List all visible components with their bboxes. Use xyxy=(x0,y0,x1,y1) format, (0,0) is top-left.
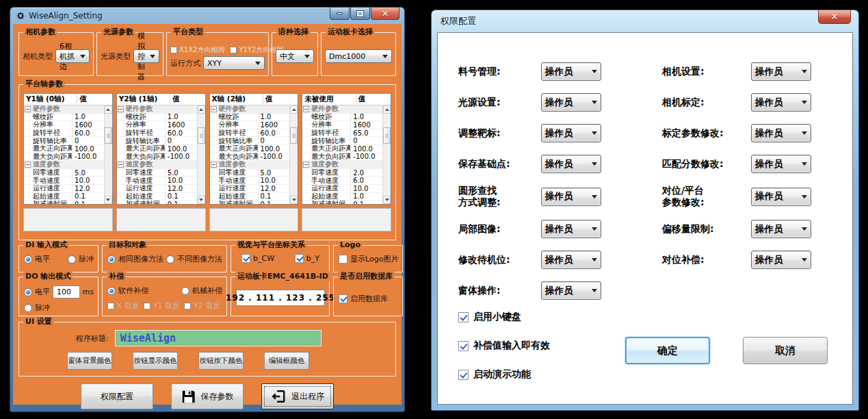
enable-database-checkbox[interactable] xyxy=(339,294,347,303)
collapse-icon[interactable] xyxy=(118,106,124,112)
param-value[interactable]: 1600 xyxy=(165,121,197,129)
collapse-icon[interactable] xyxy=(211,162,217,168)
scroll-up-icon[interactable] xyxy=(383,105,391,114)
scroll-up-icon[interactable] xyxy=(198,105,205,114)
param-value[interactable]: 1.0 xyxy=(350,114,382,121)
y2-invert-checkbox[interactable] xyxy=(184,303,191,309)
light-type-select[interactable]: 模拟控制器 xyxy=(133,49,159,63)
table-scrollbar[interactable] xyxy=(104,105,112,204)
y1-invert-checkbox[interactable] xyxy=(144,303,150,309)
mechanical-comp-radio[interactable] xyxy=(181,287,189,295)
param-value[interactable]: 0.1 xyxy=(72,193,104,201)
param-value[interactable]: 0 xyxy=(258,137,290,144)
dialog-close-button[interactable]: ✕ xyxy=(818,10,851,24)
param-value[interactable]: 0.1 xyxy=(258,193,290,201)
board-ip-input[interactable]: 192 . 111 . 123 . 255 xyxy=(236,290,325,306)
permission-config-button[interactable]: 权限配置 xyxy=(81,383,153,409)
motion-board-select[interactable]: Dmc1000 xyxy=(325,49,392,63)
x-invert-checkbox[interactable] xyxy=(107,303,114,309)
param-value[interactable]: 0.1 xyxy=(350,201,382,204)
param-value[interactable]: 2.0 xyxy=(350,169,382,177)
collapse-icon[interactable] xyxy=(25,106,31,112)
camera-type-select[interactable]: 6相机抓边 xyxy=(55,49,90,63)
param-value[interactable]: 5.0 xyxy=(165,169,197,177)
param-value[interactable]: 1600 xyxy=(258,121,290,129)
param-value[interactable]: 10.0 xyxy=(72,177,104,184)
param-value[interactable]: 100.0 xyxy=(72,145,104,153)
permission-level-select[interactable]: 操作员 xyxy=(751,188,811,206)
param-value[interactable]: 100.0 xyxy=(258,145,290,153)
param-value[interactable]: 100.0 xyxy=(350,145,382,153)
option-checkbox[interactable] xyxy=(458,370,469,380)
table-scrollbar[interactable] xyxy=(289,105,298,204)
permission-level-select[interactable]: 操作员 xyxy=(751,220,811,238)
permission-level-select[interactable]: 操作员 xyxy=(751,93,811,112)
b-cw-checkbox[interactable] xyxy=(241,254,250,263)
button-display-color-button[interactable]: 按钮显示颜色 xyxy=(133,352,178,370)
table-scrollbar[interactable] xyxy=(382,105,391,204)
param-value[interactable]: 60.0 xyxy=(258,129,290,137)
param-value[interactable]: 0.1 xyxy=(258,201,290,204)
param-value[interactable]: 1.0 xyxy=(350,193,382,201)
permission-level-select[interactable]: 操作员 xyxy=(751,124,811,142)
param-value[interactable]: 12.0 xyxy=(258,185,290,192)
scroll-thumb[interactable] xyxy=(290,127,298,144)
param-value[interactable]: 0 xyxy=(72,137,104,144)
collapse-icon[interactable] xyxy=(303,162,309,168)
minimize-button[interactable] xyxy=(330,8,350,20)
diff-image-method-radio[interactable] xyxy=(166,255,174,264)
exit-program-button[interactable]: 退出程序 xyxy=(261,383,334,409)
left-titlebar[interactable]: WiseAlign_Setting ✕ xyxy=(10,8,404,24)
param-value[interactable]: 10.0 xyxy=(350,185,382,192)
permission-level-select[interactable]: 操作员 xyxy=(541,155,601,173)
maximize-button[interactable] xyxy=(350,8,370,20)
run-mode-select[interactable]: XYY xyxy=(203,56,265,70)
di-level-radio[interactable] xyxy=(24,255,32,264)
permission-level-select[interactable]: 操作员 xyxy=(751,62,811,81)
param-value[interactable]: 100.0 xyxy=(165,145,197,153)
collapse-icon[interactable] xyxy=(303,106,309,112)
param-value[interactable]: 0 xyxy=(165,137,197,144)
collapse-icon[interactable] xyxy=(25,162,31,168)
scroll-thumb[interactable] xyxy=(198,127,205,144)
same-image-method-radio[interactable] xyxy=(107,255,116,264)
permission-level-select[interactable]: 操作员 xyxy=(751,155,811,173)
param-value[interactable]: -100.0 xyxy=(258,153,290,161)
collapse-icon[interactable] xyxy=(118,162,124,168)
language-select[interactable]: 中文 xyxy=(276,49,314,63)
ok-button[interactable]: 确定 xyxy=(625,337,710,364)
scroll-up-icon[interactable] xyxy=(290,105,298,114)
param-row[interactable]: 加减速时间0.1 xyxy=(24,201,104,204)
param-value[interactable]: -100.0 xyxy=(72,153,104,161)
collapse-icon[interactable] xyxy=(211,106,217,112)
di-pulse-radio[interactable] xyxy=(68,255,76,264)
button-pressed-color-button[interactable]: 按钮按下颜色 xyxy=(198,352,244,370)
do-pulse-radio[interactable] xyxy=(24,304,32,312)
permission-level-select[interactable]: 操作员 xyxy=(541,281,601,300)
editbox-color-button[interactable]: 编辑框颜色 xyxy=(264,352,309,370)
y1y2-same-direction-checkbox[interactable] xyxy=(230,47,237,53)
save-params-button[interactable]: 保存参数 xyxy=(171,383,244,409)
scroll-down-icon[interactable] xyxy=(105,196,112,204)
param-value[interactable]: 12.0 xyxy=(165,185,197,192)
permission-level-select[interactable]: 操作员 xyxy=(541,124,601,142)
param-value[interactable]: 1600 xyxy=(72,121,104,129)
param-value[interactable]: -100.0 xyxy=(165,153,197,161)
param-value[interactable]: 12.0 xyxy=(72,185,104,192)
cancel-button[interactable]: 取消 xyxy=(743,337,828,364)
param-value[interactable]: 5.0 xyxy=(72,169,104,177)
permission-level-select[interactable]: 操作员 xyxy=(541,62,601,81)
param-value[interactable]: 0.1 xyxy=(165,193,197,201)
param-value[interactable]: -100.0 xyxy=(350,153,382,161)
param-value[interactable]: 5.0 xyxy=(258,169,290,177)
do-level-radio[interactable] xyxy=(24,288,32,296)
param-value[interactable]: 0.1 xyxy=(72,201,104,204)
permission-level-select[interactable]: 操作员 xyxy=(541,93,601,112)
param-value[interactable]: 10.0 xyxy=(258,177,290,184)
scroll-thumb[interactable] xyxy=(383,127,391,144)
param-value[interactable]: 1.0 xyxy=(72,114,104,121)
b-y-checkbox[interactable] xyxy=(295,254,304,263)
param-value[interactable]: 1.0 xyxy=(165,114,197,121)
param-value[interactable]: 1.0 xyxy=(258,114,290,121)
permission-level-select[interactable]: 操作员 xyxy=(541,188,601,206)
